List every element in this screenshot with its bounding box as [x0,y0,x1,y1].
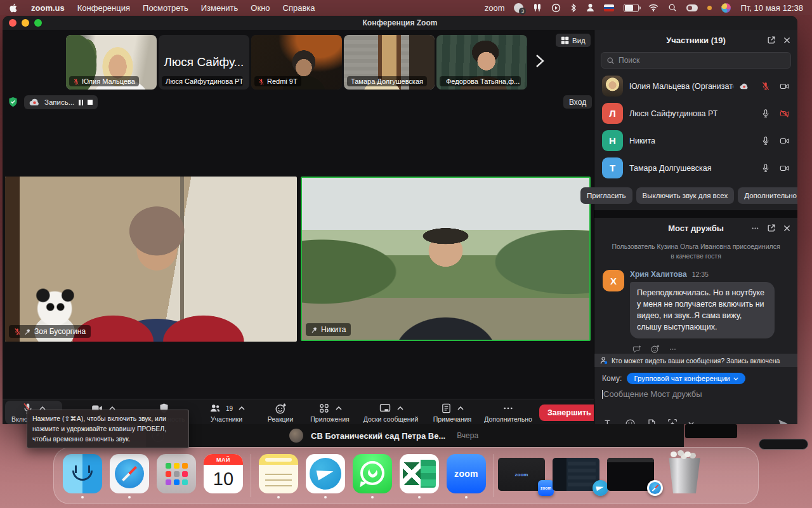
menu-help[interactable]: Справка [283,3,315,13]
photos-swirl-icon[interactable] [721,3,731,13]
menu-conference[interactable]: Конференция [77,3,130,13]
participants-button[interactable]: 19 Участники [197,401,256,424]
menu-view[interactable]: Посмотреть [143,3,188,13]
next-page-arrow-icon[interactable] [535,54,544,68]
stop-recording-button[interactable] [88,100,93,105]
chat-more-icon[interactable] [750,224,760,232]
chat-compose-toolbar [594,401,797,424]
recipient-selector[interactable]: Групповой чат конференции [627,373,745,384]
spotlight-search-icon[interactable] [668,3,677,12]
input-language-flag-icon[interactable] [604,4,614,11]
dock-whatsapp[interactable] [353,451,392,500]
minimize-window-button[interactable] [22,19,29,27]
main-video-nikita-active-speaker[interactable]: Никита [301,177,591,341]
chevron-up-icon[interactable] [239,406,245,410]
dock-excel[interactable] [400,451,439,500]
dock-calendar[interactable]: МАЙ 10 [204,451,243,500]
user-switch-icon[interactable] [586,3,594,12]
dock-notes[interactable] [259,451,298,500]
menubar-clock[interactable]: Пт, 10 мая 12:38 [740,3,803,13]
message-author[interactable]: Хрия Халитова [630,270,687,279]
view-button[interactable]: Вид [556,34,591,47]
video-thumbnail-fedorova[interactable]: Федорова Татьяна,ф... [436,35,527,90]
participants-more-button[interactable]: Дополнительно [738,187,797,204]
dock-safari[interactable] [110,451,149,500]
dock-trash[interactable] [665,451,705,500]
updates-badge-icon[interactable]: 3 [514,3,523,13]
airpods-icon[interactable] [533,3,542,12]
background-telegram-window[interactable]: СВ Ботанический сад Петра Ве... Вчера [146,424,684,447]
close-panel-icon[interactable] [783,224,791,232]
dock-minimized-zoom-window[interactable]: zoom zoom [502,451,549,500]
menu-window[interactable]: Окно [251,3,270,13]
message-more-icon[interactable] [668,345,678,353]
chat-privacy-notice[interactable]: Кто может видеть ваши сообщения? Запись … [594,354,797,367]
end-meeting-button[interactable]: Завершить [539,404,599,421]
dock-zoom[interactable]: zoom [447,451,486,500]
battery-icon[interactable] [624,4,639,12]
apps-button[interactable]: Приложения [306,401,354,424]
notes-button[interactable]: Примечания [428,401,477,424]
menubar-app-name[interactable]: zoom.us [31,3,65,13]
video-thumbnail-redmi[interactable]: Redmi 9T [251,35,342,90]
muted-mic-icon [14,328,21,335]
chevron-up-icon[interactable] [457,406,464,410]
fullscreen-window-button[interactable] [34,19,42,27]
format-text-icon[interactable] [603,418,614,424]
window-titlebar[interactable]: Конференция Zoom [3,16,797,30]
participant-row[interactable]: Н Никита [594,127,797,154]
dock-finder[interactable] [63,451,102,500]
dock-minimized-safari-window[interactable] [611,451,658,500]
invite-button[interactable]: Пригласить [580,187,632,204]
mute-all-button[interactable]: Выключить звук для всех [636,187,735,204]
add-reaction-icon[interactable] [650,344,660,354]
chevron-up-icon[interactable] [336,406,342,410]
control-center-icon[interactable] [686,4,698,11]
muted-mic-icon[interactable] [761,81,770,91]
participant-row[interactable]: Юлия Мальцева (Организатор, я) [594,72,797,100]
screenshot-icon[interactable] [667,418,678,424]
close-window-button[interactable] [9,19,16,27]
bluetooth-icon[interactable] [570,3,577,13]
camera-on-icon[interactable] [779,164,790,173]
emoji-icon[interactable] [625,418,636,424]
mic-on-icon[interactable] [761,109,770,118]
mic-on-icon[interactable] [761,163,770,173]
zoom-badge-label: zoom [540,486,551,490]
camera-on-icon[interactable] [779,137,790,145]
camera-on-icon[interactable] [779,82,790,91]
now-playing-icon[interactable] [551,3,561,13]
close-panel-icon[interactable] [783,36,791,44]
dock-telegram[interactable] [306,451,345,500]
mic-on-icon[interactable] [761,136,770,145]
popout-panel-icon[interactable] [767,224,776,232]
dock-launchpad[interactable] [157,451,196,500]
participant-row[interactable]: Т Тамара Долгушевская [594,154,797,182]
more-button[interactable]: Дополнительно [482,401,534,424]
popout-panel-icon[interactable] [767,36,776,44]
security-shield-icon[interactable] [8,96,18,108]
join-audio-button[interactable]: Вход [563,95,592,109]
menubar-zoom-status[interactable]: zoom [485,3,505,13]
attach-file-icon[interactable] [646,418,657,424]
apple-menu-icon[interactable] [9,3,18,13]
camera-off-icon[interactable] [779,109,790,118]
system-message: Пользователь Кузина Ольга Ивановна присо… [594,238,797,261]
video-thumbnail-tamara[interactable]: Тамара Долгушевская [344,35,435,90]
video-thumbnail-yulia[interactable]: Юлия Мальцева [66,35,157,90]
send-message-icon[interactable] [777,418,789,424]
chat-message-input[interactable]: Сообщение Мост дружбы [594,387,797,401]
chevron-up-icon[interactable] [397,406,403,410]
participants-search-input[interactable]: Поиск [601,52,791,69]
reply-icon[interactable] [632,345,642,354]
avatar: Т [602,157,623,178]
participant-row[interactable]: Л Люся Сайфутдинова РТ [594,100,797,127]
main-video-zoya[interactable]: Зоя Бусоргина [5,177,297,342]
dock-minimized-telegram-window[interactable] [556,451,603,500]
wifi-icon[interactable] [648,4,658,11]
whiteboards-button[interactable]: Доски сообщений [358,401,424,424]
video-thumbnail-lusya[interactable]: Люся Сайфу... Люся Сайфутдинова РТ [159,35,249,90]
pause-recording-button[interactable] [79,100,83,105]
menu-edit[interactable]: Изменить [201,3,239,13]
reactions-button[interactable]: Реакции [260,401,301,424]
